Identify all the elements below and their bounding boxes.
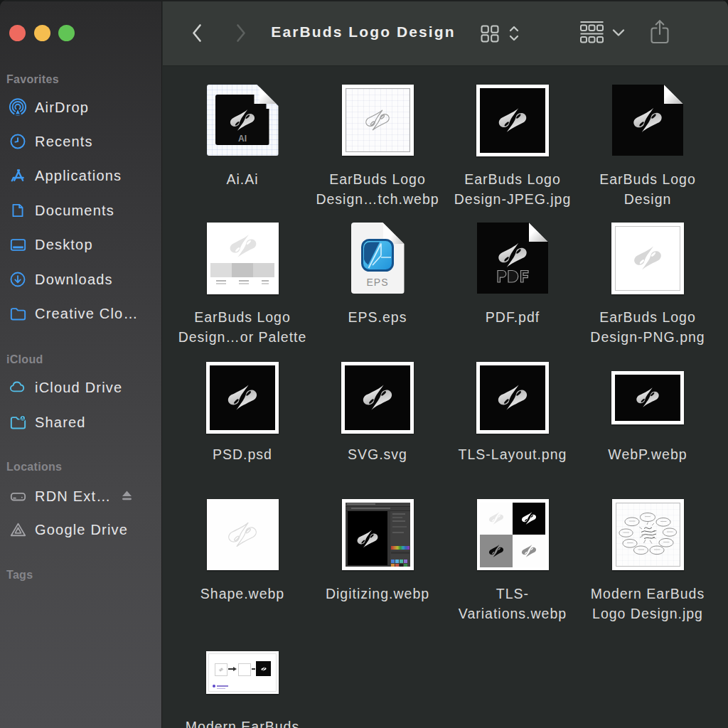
svg-text:AI: AI xyxy=(238,134,247,144)
